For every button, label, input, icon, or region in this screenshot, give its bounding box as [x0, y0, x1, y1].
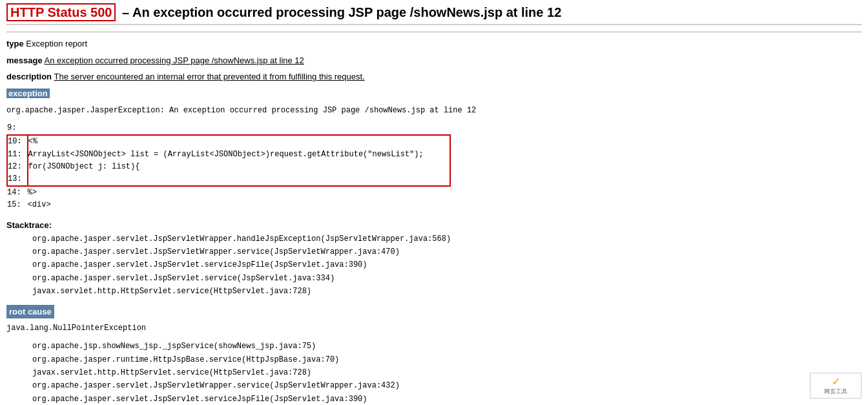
message-value: An exception occurred processing JSP pag… [45, 56, 304, 65]
status-code: HTTP Status 500 [6, 3, 116, 21]
page-title: HTTP Status 500 – An exception occurred … [6, 5, 862, 25]
exception-label: exception [6, 88, 50, 98]
message-label: message [6, 56, 43, 65]
stacktrace-label: Stacktrace: [6, 218, 862, 233]
title-rest: – An exception occurred processing JSP p… [118, 5, 561, 19]
root-cause-lines: org.apache.jsp.showNews_jsp._jspService(… [6, 340, 862, 405]
root-cause-label: root cause [6, 305, 54, 319]
type-label: type [6, 39, 24, 48]
exception-main-text: org.apache.jasper.JasperException: An ex… [6, 105, 862, 117]
stacktrace-section: Stacktrace: org.apache.jasper.servlet.Js… [6, 218, 862, 298]
root-cause-row: root cause [6, 305, 862, 319]
watermark: ✓ 网页工具 [810, 373, 862, 399]
message-row: message An exception occurred processing… [6, 54, 862, 67]
stacktrace-lines: org.apache.jasper.servlet.JspServletWrap… [6, 233, 862, 298]
description-row: description The server encountered an in… [6, 70, 862, 83]
watermark-icon: ✓ [824, 375, 847, 388]
watermark-text: 网页工具 [824, 388, 847, 396]
type-row: type Exception report [6, 37, 862, 50]
description-label: description [6, 72, 52, 81]
type-value-text: Exception report [26, 39, 87, 48]
exception-row: exception [6, 87, 862, 100]
description-value: The server encountered an internal error… [54, 72, 364, 81]
code-block: 9: 10: <% 11: ArrayList<JSONObject> list… [6, 122, 862, 211]
root-cause-exception: java.lang.NullPointerException [6, 322, 862, 335]
